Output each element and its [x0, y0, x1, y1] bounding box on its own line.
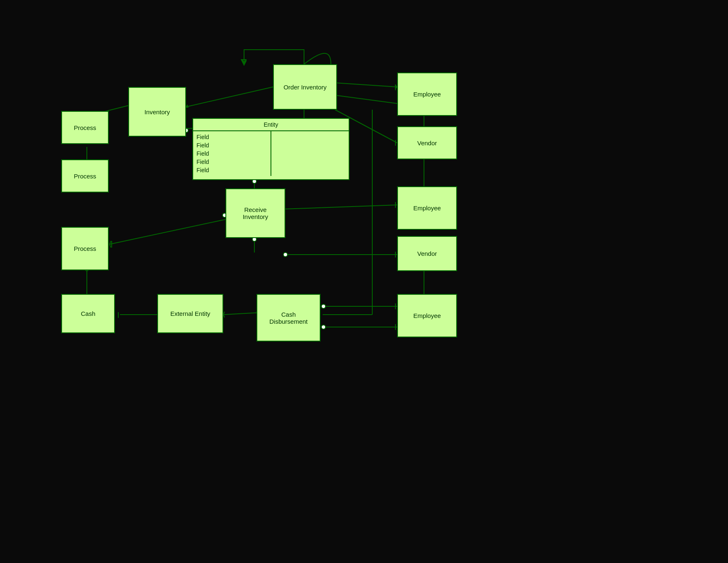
svg-point-21 [283, 253, 287, 257]
svg-line-31 [223, 313, 261, 315]
receive-inventory-node[interactable]: Receive Inventory [225, 188, 285, 238]
svg-line-17 [110, 244, 111, 248]
employee2-node[interactable]: Employee [397, 186, 457, 230]
order-inventory-node[interactable]: Order Inventory [273, 64, 337, 110]
vendor2-node[interactable]: Vendor [397, 236, 457, 271]
employee3-node[interactable]: Employee [397, 294, 457, 337]
svg-line-1 [335, 95, 397, 103]
svg-point-39 [321, 325, 326, 329]
entity-body: Field Field Field Field Field [193, 131, 349, 176]
process3-node[interactable]: Process [61, 227, 109, 270]
entity-col-left: Field Field Field Field Field [193, 131, 271, 176]
entity-field-3: Field [196, 149, 267, 158]
svg-line-32 [223, 312, 225, 315]
process2-node[interactable]: Process [61, 159, 109, 192]
vendor1-node[interactable]: Vendor [397, 126, 457, 159]
svg-line-16 [110, 241, 111, 244]
cash-disbursement-node[interactable]: Cash Disbursement [256, 294, 321, 342]
svg-point-36 [321, 304, 326, 308]
cash-node[interactable]: Cash [61, 294, 115, 333]
entity-field-2: Field [196, 141, 267, 149]
svg-line-13 [283, 205, 397, 209]
svg-line-33 [223, 315, 225, 318]
entity-field-1: Field [196, 133, 267, 141]
employee1-node[interactable]: Employee [397, 72, 457, 116]
process1-node[interactable]: Process [61, 111, 109, 144]
entity-node[interactable]: Entity Field Field Field Field Field [192, 118, 350, 180]
entity-header: Entity [193, 119, 349, 131]
svg-line-15 [110, 219, 225, 244]
inventory-node[interactable]: Inventory [128, 87, 186, 137]
diagram: Inventory Order Inventory Employee Proce… [0, 0, 728, 563]
external-entity-node[interactable]: External Entity [157, 294, 223, 333]
svg-line-0 [335, 83, 397, 87]
svg-line-41 [186, 87, 273, 107]
entity-field-4: Field [196, 158, 267, 166]
connections-svg [0, 0, 728, 563]
entity-field-5: Field [196, 166, 267, 174]
entity-col-right [271, 131, 349, 176]
